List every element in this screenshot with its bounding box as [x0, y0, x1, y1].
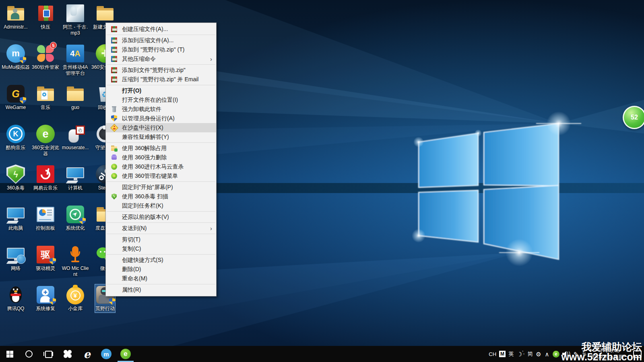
ime-ch-indicator[interactable]: CH — [489, 346, 496, 362]
context-menu-item[interactable]: 在沙盘中运行(X) — [106, 123, 216, 132]
context-menu-item[interactable]: 删除(D) — [106, 265, 216, 274]
menu-item-label: 添加到 "荒野行动.zip" (T) — [122, 46, 184, 53]
context-menu-item[interactable]: 固定到任务栏(K) — [106, 201, 216, 210]
desktop-icon[interactable]: ✚系统修复 — [31, 284, 60, 324]
context-menu-item[interactable]: 发送到(N)› — [106, 224, 216, 233]
mouse-icon: ◴ — [66, 124, 85, 144]
desktop-icon-label: Administr... — [4, 24, 27, 30]
context-menu-item[interactable]: 使用 360强力删除 — [106, 153, 216, 162]
forum-watermark: 我爱辅助论坛 www.52fzba.com — [561, 342, 642, 362]
taskbar-buttons: eme — [0, 346, 135, 362]
desktop-icon[interactable]: 驱驱动精灵 — [31, 244, 60, 284]
context-menu-item[interactable]: 剪切(T) — [106, 235, 216, 244]
settings-gear-icon[interactable]: ⚙ — [536, 346, 541, 362]
ime-simplified-indicator[interactable]: 简 — [527, 346, 533, 362]
context-menu-item[interactable]: 添加到 "荒野行动.zip" (T) — [106, 45, 216, 54]
context-menu-item[interactable]: 打开文件所在的位置(I) — [106, 95, 216, 105]
context-menu-item[interactable]: 还原以前的版本(V) — [106, 212, 216, 222]
desktop-icon[interactable]: 腾讯QQ — [1, 284, 31, 324]
petals-icon: 5 — [36, 44, 55, 63]
desktop-icon[interactable]: guo — [60, 83, 90, 123]
e360-icon: e — [36, 124, 55, 144]
desktop-icon[interactable]: GWeGame — [1, 83, 31, 123]
context-menu-item[interactable]: 强力卸载此软件 — [106, 105, 216, 114]
context-menu-item[interactable]: 创建压缩文件(A)... — [106, 25, 216, 34]
taskbar-app-ie[interactable]: e — [77, 346, 97, 362]
tray-expand-chevron[interactable]: ∧ — [544, 346, 550, 362]
desktop-icon[interactable]: ¥小金库 — [60, 284, 90, 324]
desktop-icon[interactable]: 阿兰 - 千古.mp3 — [60, 2, 90, 43]
desktop-icon-grid: Administr...快压阿兰 - 千古.mp3新建文件夹mMuMu模拟器53… — [1, 2, 122, 324]
menu-item-label: 属性(R) — [122, 286, 141, 294]
network-icon — [6, 245, 25, 264]
desktop-icon-label: WO Mic Client — [61, 265, 89, 278]
cortana-search-button[interactable] — [19, 346, 39, 362]
task-view-button[interactable] — [39, 346, 58, 362]
desktop-icon[interactable]: 计算机 — [60, 163, 90, 204]
memory-usage-value: 52 — [631, 114, 638, 121]
context-menu-item[interactable]: +使用 360进行木马云查杀 — [106, 162, 216, 171]
context-menu-item[interactable]: 属性(R) — [106, 285, 216, 294]
notification-badge: 5 — [50, 42, 57, 49]
monitor-icon — [6, 205, 25, 224]
desktop-icon[interactable]: 4A贵州移动4A管理平台 — [60, 43, 90, 83]
uac-shield-overlay-icon — [109, 298, 116, 305]
context-menu-item[interactable]: 压缩到 "荒野行动.zip" 并 Email — [106, 75, 216, 84]
desktop-icon[interactable]: 网络 — [1, 244, 31, 284]
desktop-icon[interactable]: 控制面板 — [31, 204, 60, 244]
context-menu-item[interactable]: 固定到"开始"屏幕(P) — [106, 183, 216, 192]
desktop-icon[interactable]: mMuMu模拟器 — [1, 43, 31, 83]
folderPerson-icon — [6, 4, 25, 23]
desktop-icon[interactable]: Administr... — [1, 2, 31, 43]
menu-item-label: 还原以前的版本(V) — [122, 214, 169, 221]
context-menu-item[interactable]: 以管理员身份运行(A) — [106, 114, 216, 123]
ime-lang-indicator[interactable]: 英 — [508, 346, 514, 362]
mic-icon — [66, 245, 85, 264]
context-menu-item[interactable]: 添加到压缩文件(A)... — [106, 36, 216, 45]
desktop-icon-label: 360软件管家 — [32, 64, 59, 70]
shield360-icon: ϟ — [111, 193, 118, 200]
desktop-icon[interactable]: K酷狗音乐 — [1, 123, 31, 163]
context-menu-item[interactable]: 兼容性疑难解答(Y) — [106, 132, 216, 142]
desktop-icon[interactable]: ➤系统优化 — [60, 204, 90, 244]
taskbar-app-360-safe[interactable] — [58, 346, 77, 362]
desktop-icon[interactable]: e360安全浏览器 — [31, 123, 60, 163]
menu-item-label: 创建压缩文件(A)... — [122, 26, 168, 33]
folder-icon — [66, 84, 85, 103]
context-menu-item[interactable]: 创建快捷方式(S) — [106, 255, 216, 265]
menu-item-label: 剪切(T) — [122, 236, 140, 243]
start-button[interactable] — [0, 346, 19, 362]
trash-icon — [111, 106, 118, 113]
desktop[interactable]: Administr...快压阿兰 - 千古.mp3新建文件夹mMuMu模拟器53… — [0, 0, 644, 346]
ime-mode-icon[interactable]: M — [499, 346, 506, 362]
desktop-icon[interactable]: 5360软件管家 — [31, 43, 60, 83]
context-menu-item[interactable]: 使用 360解除占用 — [106, 144, 216, 153]
desktop-icon[interactable]: 快压 — [31, 2, 60, 43]
desktop-icon[interactable]: 此电脑 — [1, 204, 31, 244]
desktop-icon[interactable]: WO Mic Client — [60, 244, 90, 284]
context-menu-item[interactable]: 添加到文件"荒野行动.zip" — [106, 66, 216, 75]
context-menu-item[interactable]: 复制(C) — [106, 244, 216, 253]
context-menu-item[interactable]: ϟ使用 360杀毒 扫描 — [106, 192, 216, 201]
mumu-icon: m — [6, 44, 25, 63]
desktop-icon[interactable]: ϟ360杀毒 — [1, 163, 31, 204]
watermark-line1: 我爱辅助论坛 — [561, 342, 642, 352]
menu-item-label: 重命名(M) — [122, 275, 147, 282]
uac-shield-overlay-icon — [20, 57, 26, 64]
context-menu-item[interactable]: 打开(O) — [106, 86, 216, 95]
penguin-icon — [6, 285, 25, 304]
menu-item-label: 在沙盘中运行(X) — [122, 124, 163, 132]
rar2-icon — [111, 56, 118, 62]
menu-item-label: 压缩到 "荒野行动.zip" 并 Email — [122, 76, 198, 83]
desktop-icon[interactable]: ◴mouserate... — [60, 123, 90, 163]
context-menu-item[interactable]: +使用 360管理右键菜单 — [106, 171, 216, 181]
context-menu-item[interactable]: 其他压缩命令› — [106, 54, 216, 64]
taskbar-app-360-browser[interactable]: e — [116, 346, 135, 362]
360-browser-tray-icon[interactable]: e — [553, 346, 559, 362]
desktop-icon[interactable]: 网易云音乐 — [31, 163, 60, 204]
desktop-icon[interactable]: 音乐 — [31, 83, 60, 123]
360-speedup-ball[interactable]: 52 — [623, 106, 644, 129]
taskbar-app-mumu[interactable]: m — [97, 346, 116, 362]
sogou-ime-icon[interactable]: ☽’, — [517, 346, 524, 362]
context-menu-item[interactable]: 重命名(M) — [106, 274, 216, 283]
